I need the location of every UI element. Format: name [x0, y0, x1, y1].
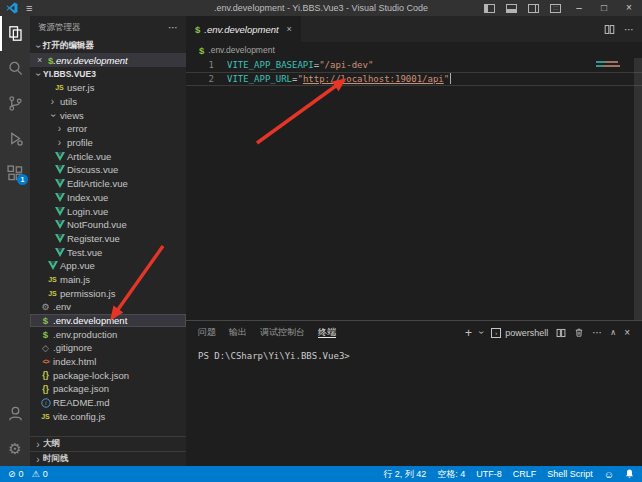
- code-line-2[interactable]: 2VITE_APP_URL="http://localhost:19001/ap…: [186, 72, 642, 86]
- project-section-header[interactable]: › YI.BBS.VUE3: [30, 67, 186, 81]
- vue-icon: [55, 248, 65, 257]
- shell-icon: $: [43, 329, 48, 340]
- activity-search[interactable]: [0, 51, 30, 86]
- explorer-sidebar: 资源管理器 ⋯ › 打开的编辑器 ×$.env.development › YI…: [30, 16, 186, 466]
- activity-source-control[interactable]: [0, 86, 30, 121]
- close-panel-icon[interactable]: ×: [624, 327, 630, 338]
- status-item[interactable]: CRLF: [513, 468, 537, 481]
- chevron-right-icon: ›: [33, 439, 43, 450]
- tree-item-Register.vue[interactable]: Register.vue: [30, 232, 186, 246]
- maximize-panel-icon[interactable]: ∧: [610, 328, 616, 337]
- tree-item-Index.vue[interactable]: Index.vue: [30, 191, 186, 205]
- terminal-output[interactable]: PS D:\CSharp\Yi\Yi.BBS.Vue3>: [186, 344, 642, 361]
- customize-layout-icon[interactable]: ∷: [550, 4, 561, 13]
- panel-tab-终端[interactable]: 终端: [318, 327, 336, 338]
- breadcrumb[interactable]: $ .env.development: [186, 42, 642, 58]
- tree-item-user.js[interactable]: JSuser.js: [30, 81, 186, 95]
- split-editor-icon[interactable]: [604, 24, 615, 35]
- tree-item-index.html[interactable]: <>index.html: [30, 355, 186, 369]
- tree-item-label: package.json: [53, 383, 109, 394]
- toggle-panel-icon[interactable]: [506, 4, 517, 13]
- vue-icon: [55, 179, 65, 188]
- status-item[interactable]: UTF-8: [476, 468, 502, 481]
- tree-item-label: package-lock.json: [53, 370, 129, 381]
- tree-item-.gitignore[interactable]: ◇.gitignore: [30, 341, 186, 355]
- status-item[interactable]: 空格: 4: [437, 468, 465, 481]
- open-editor-item-.env.development[interactable]: ×$.env.development: [30, 53, 186, 67]
- tree-item-views[interactable]: ›views: [30, 108, 186, 122]
- tree-item-label: vite.config.js: [53, 411, 105, 422]
- tab-bar: $ .env.development × ⋯: [186, 16, 642, 42]
- panel-more-actions-icon[interactable]: ⋯: [592, 327, 602, 338]
- editor-more-actions-icon[interactable]: ⋯: [624, 24, 634, 35]
- tree-item-Login.vue[interactable]: Login.vue: [30, 204, 186, 218]
- activity-run-debug[interactable]: [0, 121, 30, 156]
- activity-explorer[interactable]: [0, 16, 30, 51]
- tree-item-label: Test.vue: [67, 247, 102, 258]
- tab-env-development[interactable]: $ .env.development ×: [186, 16, 301, 42]
- activity-extensions[interactable]: 1: [0, 156, 30, 191]
- code-editor[interactable]: 1VITE_APP_BASEAPI="/api-dev"2VITE_APP_UR…: [186, 58, 642, 320]
- tree-item-label: Login.vue: [67, 206, 108, 217]
- editor-scrollbar[interactable]: [634, 58, 642, 320]
- tree-item-package.json[interactable]: {}package.json: [30, 382, 186, 396]
- tree-item-label: permission.js: [60, 288, 115, 299]
- tree-item-vite.config.js[interactable]: JSvite.config.js: [30, 410, 186, 424]
- code-line-1[interactable]: 1VITE_APP_BASEAPI="/api-dev": [186, 58, 642, 72]
- tab-close-icon[interactable]: ×: [287, 24, 292, 34]
- new-terminal-icon[interactable]: +: [465, 326, 472, 340]
- tree-item-label: utils: [60, 96, 77, 107]
- toggle-sidebar-icon[interactable]: [484, 4, 495, 13]
- tree-item-Test.vue[interactable]: Test.vue: [30, 245, 186, 259]
- tree-item-.env.production[interactable]: $.env.production: [30, 327, 186, 341]
- status-warning-triangle[interactable]: ⚠0: [32, 469, 48, 479]
- tree-item-label: Index.vue: [67, 192, 108, 203]
- timeline-section-header[interactable]: › 时间线: [30, 451, 186, 466]
- shell-icon: $: [199, 45, 204, 56]
- split-terminal-icon[interactable]: [556, 328, 566, 338]
- extensions-badge: 1: [17, 174, 28, 185]
- close-button[interactable]: ×: [622, 0, 636, 16]
- tree-item-profile[interactable]: ›profile: [30, 136, 186, 150]
- open-editors-section-header[interactable]: › 打开的编辑器: [30, 39, 186, 53]
- menu-icon[interactable]: ≡: [26, 0, 32, 16]
- tree-item-README.md[interactable]: iREADME.md: [30, 396, 186, 410]
- tree-item-App.vue[interactable]: App.vue: [30, 259, 186, 273]
- sidebar-more-actions-icon[interactable]: ⋯: [168, 22, 178, 33]
- tree-item-NotFound.vue[interactable]: NotFound.vue: [30, 218, 186, 232]
- json-icon: {}: [42, 370, 49, 380]
- token-string: "/api-dev": [319, 60, 373, 70]
- tree-item-Article.vue[interactable]: Article.vue: [30, 149, 186, 163]
- notifications-bell-icon[interactable]: [625, 469, 634, 479]
- activity-settings[interactable]: ⚙: [0, 431, 30, 466]
- tree-item-EditArticle.vue[interactable]: EditArticle.vue: [30, 177, 186, 191]
- panel-tab-调试控制台[interactable]: 调试控制台: [260, 327, 305, 337]
- tree-item-Discuss.vue[interactable]: Discuss.vue: [30, 163, 186, 177]
- tree-item-.env.development[interactable]: $.env.development: [30, 314, 186, 328]
- outline-section-header[interactable]: › 大纲: [30, 436, 186, 451]
- tree-item-permission.js[interactable]: JSpermission.js: [30, 286, 186, 300]
- status-item[interactable]: Shell Script: [547, 468, 593, 481]
- activity-account[interactable]: [0, 396, 30, 431]
- maximize-button[interactable]: □: [597, 0, 611, 16]
- panel-tab-问题[interactable]: 问题: [198, 327, 216, 337]
- tree-item-package-lock.json[interactable]: {}package-lock.json: [30, 368, 186, 382]
- tree-item-utils[interactable]: ›utils: [30, 95, 186, 109]
- tab-label: .env.development: [204, 24, 278, 35]
- kill-terminal-icon[interactable]: [574, 327, 584, 338]
- toggle-secondary-sidebar-icon[interactable]: [528, 4, 539, 13]
- feedback-icon[interactable]: ☺: [604, 469, 614, 480]
- terminal-instance-powershell[interactable]: › powershell: [491, 328, 548, 338]
- tree-item-error[interactable]: ›error: [30, 122, 186, 136]
- minimize-button[interactable]: –: [572, 0, 586, 16]
- status-item[interactable]: 行 2, 列 42: [383, 468, 426, 481]
- minimap[interactable]: [596, 61, 630, 69]
- breadcrumb-item[interactable]: .env.development: [208, 45, 274, 55]
- tree-item-main.js[interactable]: JSmain.js: [30, 273, 186, 287]
- files-icon: [7, 25, 24, 42]
- status-error-circle[interactable]: ⊘0: [8, 469, 24, 479]
- terminal-dropdown-icon[interactable]: ›: [476, 331, 487, 334]
- panel-tab-输出[interactable]: 输出: [229, 327, 247, 337]
- tree-item-.env[interactable]: ⚙.env: [30, 300, 186, 314]
- close-icon[interactable]: ×: [37, 55, 48, 65]
